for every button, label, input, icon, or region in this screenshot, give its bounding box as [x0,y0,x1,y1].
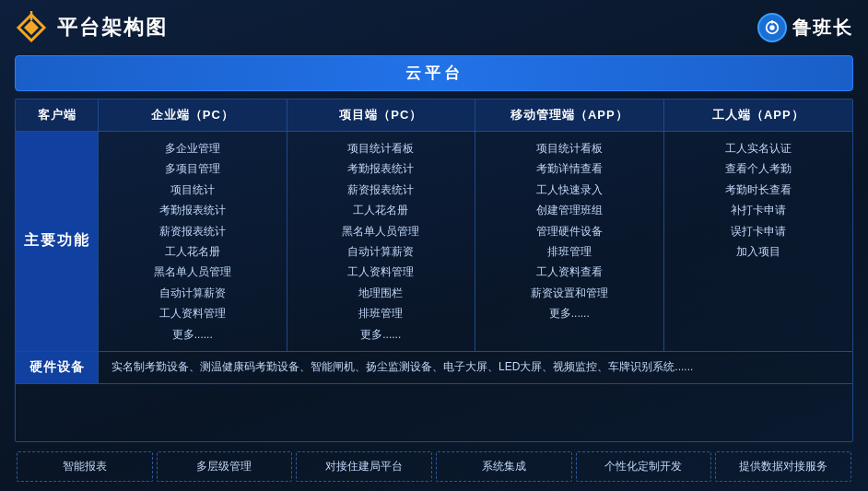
list-item: 自动计算薪资 [159,284,226,302]
main-function-label: 主要功能 [16,132,99,352]
page-wrapper: 平台架构图 鲁班长 云平台 客户端 企业端（PC） 项目端（PC） 移动管理端（… [0,0,868,491]
list-item: 薪资设置和管理 [531,284,608,302]
col-header-mobile: 移动管理端（APP） [475,99,664,132]
list-item: 考勤时长查看 [725,181,792,199]
hardware-label: 硬件设备 [16,352,99,384]
list-item: 更多...... [360,325,401,344]
list-item: 多企业管理 [165,139,220,158]
features-row: 智能报表 多层级管理 对接住建局平台 系统集成 个性化定制开发 提供数据对接服务 [15,451,853,482]
list-item: 工人资料管理 [347,263,414,281]
list-item: 多项目管理 [165,159,220,178]
hardware-row: 硬件设备 实名制考勤设备、测温健康码考勤设备、智能闸机、扬尘监测设备、电子大屏、… [16,352,852,384]
feature-item-2: 多层级管理 [157,451,293,482]
list-item: 工人资料查看 [536,263,603,281]
page-title: 平台架构图 [57,14,168,41]
list-item: 黑名单人员管理 [154,263,231,281]
list-item: 管理硬件设备 [536,222,603,240]
list-item: 考勤报表统计 [347,159,414,178]
list-item: 薪资报表统计 [347,181,414,199]
list-item: 误打卡申请 [731,222,786,240]
col-header-client: 客户端 [16,99,99,132]
list-item: 更多...... [172,325,213,344]
feature-item-4: 系统集成 [436,451,572,482]
hardware-content: 实名制考勤设备、测温健康码考勤设备、智能闸机、扬尘监测设备、电子大屏、LED大屏… [99,352,852,384]
header-left: 平台架构图 [15,11,168,44]
list-item: 项目统计 [170,181,215,199]
list-item: 工人快速录入 [536,181,603,199]
project-features: 项目统计看板 考勤报表统计 薪资报表统计 工人花名册 黑名单人员管理 自动计算薪… [287,132,476,352]
list-item: 工人实名认证 [725,139,792,158]
brand-logo: 鲁班长 [757,13,853,42]
mobile-features: 项目统计看板 考勤详情查看 工人快速录入 创建管理班组 管理硬件设备 排班管理 … [475,132,664,352]
list-item: 考勤报表统计 [159,201,226,219]
enterprise-features: 多企业管理 多项目管理 项目统计 考勤报表统计 薪资报表统计 工人花名册 黑名单… [99,132,287,352]
feature-item-5: 个性化定制开发 [576,451,712,482]
list-item: 更多...... [549,304,590,322]
list-item: 工人花名册 [353,201,408,219]
worker-features: 工人实名认证 查看个人考勤 考勤时长查看 补打卡申请 误打卡申请 加入项目 [664,132,853,352]
list-item: 加入项目 [736,242,780,261]
list-item: 查看个人考勤 [725,159,792,178]
list-item: 自动计算薪资 [347,242,414,261]
main-table: 客户端 企业端（PC） 项目端（PC） 移动管理端（APP） 工人端（APP） … [15,99,853,442]
list-item: 黑名单人员管理 [342,222,419,240]
feature-item-6: 提供数据对接服务 [715,451,851,482]
list-item: 创建管理班组 [536,201,603,219]
feature-item-3: 对接住建局平台 [296,451,432,482]
svg-marker-1 [24,20,39,35]
content-row: 主要功能 多企业管理 多项目管理 项目统计 考勤报表统计 薪资报表统计 工人花名… [16,132,852,352]
list-item: 薪资报表统计 [159,222,226,240]
col-headers: 客户端 企业端（PC） 项目端（PC） 移动管理端（APP） 工人端（APP） [16,99,852,132]
svg-point-4 [769,25,774,29]
cloud-banner: 云平台 [15,55,853,91]
list-item: 地理围栏 [358,284,403,302]
feature-item-1: 智能报表 [17,451,153,482]
logo-icon [15,11,48,44]
list-item: 排班管理 [358,304,403,322]
list-item: 排班管理 [547,242,592,261]
list-item: 工人花名册 [165,242,220,261]
list-item: 项目统计看板 [536,139,603,158]
list-item: 考勤详情查看 [536,159,603,178]
col-header-project: 项目端（PC） [287,99,476,132]
list-item: 项目统计看板 [347,139,414,158]
brand-icon [757,13,787,42]
list-item: 补打卡申请 [731,201,786,219]
brand-name: 鲁班长 [792,16,853,41]
col-header-worker: 工人端（APP） [664,99,853,132]
header: 平台架构图 鲁班长 [15,9,853,48]
col-header-enterprise: 企业端（PC） [99,99,287,132]
list-item: 工人资料管理 [159,304,226,322]
